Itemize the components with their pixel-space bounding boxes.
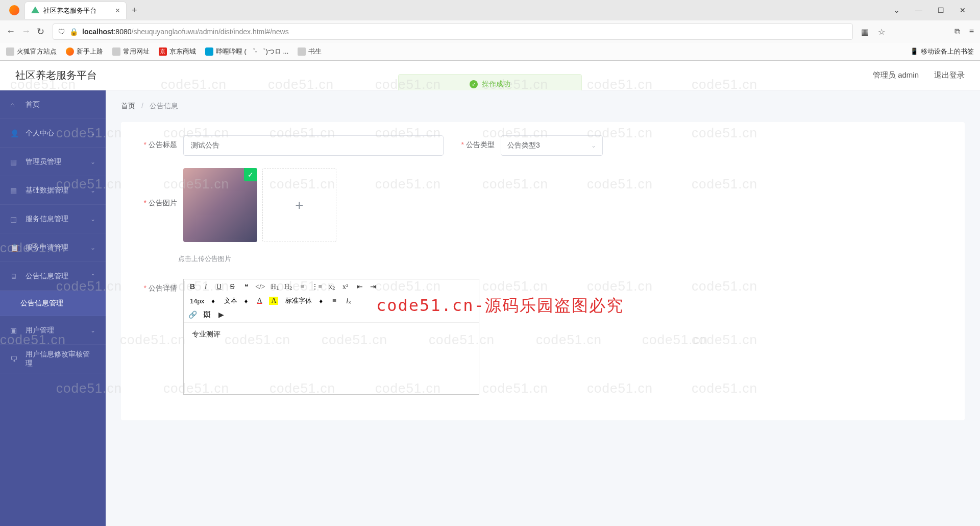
bookmark-firefox[interactable]: 火狐官方站点 bbox=[6, 47, 57, 56]
sidebar-item-home[interactable]: ⌂首页 bbox=[0, 90, 106, 119]
window-close-icon[interactable]: ✕ bbox=[960, 6, 966, 14]
breadcrumb-home[interactable]: 首页 bbox=[121, 102, 135, 110]
url-path: /sheuquyanglaofuwu/admin/dist/index.html… bbox=[132, 28, 289, 36]
sidebar-item-label: 公告信息管理 bbox=[26, 272, 68, 281]
browser-chrome: 社区养老服务平台 × + ⌄ — ☐ ✕ ← → ↻ 🛡 🔒 localhost… bbox=[0, 0, 980, 61]
font-family-select[interactable]: 标准字体♦ bbox=[283, 295, 325, 306]
type-select[interactable]: 公告类型3 ⌄ bbox=[501, 135, 603, 156]
align-button[interactable]: ≡ bbox=[330, 297, 339, 305]
bold-button[interactable]: B bbox=[188, 282, 197, 291]
unordered-list-button[interactable]: ⋮≡ bbox=[311, 282, 323, 291]
italic-button[interactable]: I bbox=[201, 282, 210, 291]
extensions-icon[interactable]: ⧉ bbox=[954, 27, 960, 36]
new-tab-button[interactable]: + bbox=[132, 5, 137, 16]
window-dropdown-icon[interactable]: ⌄ bbox=[894, 6, 900, 14]
data-icon: ▤ bbox=[10, 186, 19, 195]
breadcrumb-current: 公告信息 bbox=[150, 102, 178, 110]
image-label: 公告图片 bbox=[126, 168, 177, 208]
subscript-button[interactable]: x₂ bbox=[328, 282, 337, 291]
sidebar-item-audit[interactable]: 🗨用户信息修改审核管理 bbox=[0, 345, 106, 373]
reload-button[interactable]: ↻ bbox=[37, 26, 44, 37]
bookmark-jd[interactable]: 京京东商城 bbox=[159, 47, 196, 56]
sidebar: ⌂首页 👤个人中心⌄ ▦管理员管理⌄ ▤基础数据管理⌄ ▥服务信息管理⌄ 📋服务… bbox=[0, 90, 106, 526]
audit-icon: 🗨 bbox=[10, 355, 19, 363]
bookmark-star-icon[interactable]: ☆ bbox=[878, 27, 885, 37]
sidebar-item-label: 服务信息管理 bbox=[26, 214, 68, 224]
main-content: 首页 / 公告信息 公告标题 公告类型 公告类型3 ⌄ 公告图片 ✓ bbox=[106, 90, 980, 526]
h1-button[interactable]: H₁ bbox=[271, 282, 280, 291]
image-button[interactable]: 🖼 bbox=[202, 311, 211, 319]
address-bar: ← → ↻ 🛡 🔒 localhost:8080/sheuquyanglaofu… bbox=[0, 20, 980, 43]
sidebar-item-basedata[interactable]: ▤基础数据管理⌄ bbox=[0, 176, 106, 205]
superscript-button[interactable]: x² bbox=[341, 283, 350, 291]
ordered-list-button[interactable]: ≡ bbox=[298, 283, 307, 291]
breadcrumb-separator: / bbox=[141, 102, 143, 110]
url-input[interactable]: 🛡 🔒 localhost:8080/sheuquyanglaofuwu/adm… bbox=[53, 23, 853, 40]
bookmark-common[interactable]: 常用网址 bbox=[112, 47, 150, 56]
window-maximize-icon[interactable]: ☐ bbox=[938, 6, 944, 14]
outdent-button[interactable]: ⇥ bbox=[369, 282, 378, 291]
toast-message: 操作成功 bbox=[482, 80, 510, 89]
service-icon: ▥ bbox=[10, 215, 19, 223]
sidebar-item-label: 用户管理 bbox=[26, 326, 54, 335]
editor-content[interactable]: 专业测评 bbox=[184, 323, 479, 394]
browser-tab[interactable]: 社区养老服务平台 × bbox=[24, 2, 127, 19]
bookmark-mobile[interactable]: 📱移动设备上的书签 bbox=[910, 47, 974, 56]
sidebar-item-service[interactable]: ▥服务信息管理⌄ bbox=[0, 205, 106, 233]
video-button[interactable]: ▶ bbox=[216, 310, 226, 319]
upload-hint: 点击上传公告图片 bbox=[178, 254, 965, 264]
logout-link[interactable]: 退出登录 bbox=[934, 70, 965, 80]
link-button[interactable]: 🔗 bbox=[188, 310, 197, 319]
detail-label: 公告详情 bbox=[126, 279, 177, 293]
sidebar-subitem-notice-list[interactable]: 公告信息管理 bbox=[0, 291, 106, 316]
sidebar-item-label: 管理员管理 bbox=[26, 157, 61, 166]
strike-button[interactable]: S bbox=[228, 282, 237, 291]
firefox-logo-icon bbox=[9, 5, 19, 15]
h2-button[interactable]: H₂ bbox=[284, 282, 293, 291]
chevron-down-icon: ⌄ bbox=[90, 187, 95, 194]
admin-icon: ▦ bbox=[10, 158, 19, 166]
text-style-select[interactable]: 文本♦ bbox=[222, 295, 250, 306]
user-icon: 👤 bbox=[10, 129, 19, 137]
bookmark-bilibili[interactable]: 哔哩哔哩 ( ゜- ゜)つロ ... bbox=[205, 47, 288, 56]
uploaded-image-thumbnail[interactable]: ✓ bbox=[183, 168, 257, 242]
upload-add-button[interactable]: + bbox=[262, 168, 336, 242]
sidebar-item-profile[interactable]: 👤个人中心⌄ bbox=[0, 119, 106, 148]
users-icon: ▣ bbox=[10, 326, 19, 334]
clear-format-button[interactable]: Iₓ bbox=[344, 297, 353, 305]
url-port: :8080 bbox=[113, 28, 131, 36]
tab-close-icon[interactable]: × bbox=[115, 6, 120, 15]
sidebar-item-label: 服务申请管理 bbox=[26, 243, 68, 252]
window-minimize-icon[interactable]: — bbox=[915, 6, 922, 14]
sidebar-item-notice[interactable]: 🖥公告信息管理⌃ bbox=[0, 262, 106, 291]
qr-icon[interactable]: ▦ bbox=[861, 27, 869, 37]
sidebar-item-users[interactable]: ▣用户管理⌄ bbox=[0, 316, 106, 345]
text-color-button[interactable]: A bbox=[255, 297, 264, 305]
rich-text-editor: B I U S ❝ </> H₁ H₂ bbox=[183, 279, 479, 395]
bookmark-newbie[interactable]: 新手上路 bbox=[66, 47, 103, 56]
quote-button[interactable]: ❝ bbox=[242, 282, 251, 291]
check-icon: ✓ bbox=[244, 168, 257, 181]
sidebar-item-admin[interactable]: ▦管理员管理⌄ bbox=[0, 148, 106, 176]
bookmarks-bar: 火狐官方站点 新手上路 常用网址 京京东商城 哔哩哔哩 ( ゜- ゜)つロ ..… bbox=[0, 43, 980, 60]
chevron-up-icon: ⌃ bbox=[90, 273, 95, 280]
apply-icon: 📋 bbox=[10, 244, 19, 252]
sidebar-item-apply[interactable]: 📋服务申请管理⌄ bbox=[0, 233, 106, 262]
sidebar-item-label: 公告信息管理 bbox=[20, 299, 63, 308]
forward-button[interactable]: → bbox=[21, 26, 31, 37]
home-icon: ⌂ bbox=[10, 101, 19, 109]
code-button[interactable]: </> bbox=[255, 283, 265, 291]
back-button[interactable]: ← bbox=[6, 26, 15, 37]
title-input[interactable] bbox=[183, 135, 444, 156]
bg-color-button[interactable]: A bbox=[269, 297, 278, 305]
url-host: localhost bbox=[82, 28, 113, 36]
tab-bar: 社区养老服务平台 × + ⌄ — ☐ ✕ bbox=[0, 0, 980, 20]
underline-button[interactable]: U bbox=[214, 282, 224, 291]
type-label: 公告类型 bbox=[449, 135, 495, 150]
bookmark-shusheng[interactable]: 书生 bbox=[298, 47, 322, 56]
form-card: 公告标题 公告类型 公告类型3 ⌄ 公告图片 ✓ + 点击上传公告图片 bbox=[121, 122, 965, 420]
font-size-select[interactable]: 14px♦ bbox=[188, 296, 217, 306]
current-user[interactable]: 管理员 admin bbox=[873, 70, 919, 80]
indent-button[interactable]: ⇤ bbox=[355, 282, 364, 291]
menu-icon[interactable]: ≡ bbox=[969, 27, 974, 36]
